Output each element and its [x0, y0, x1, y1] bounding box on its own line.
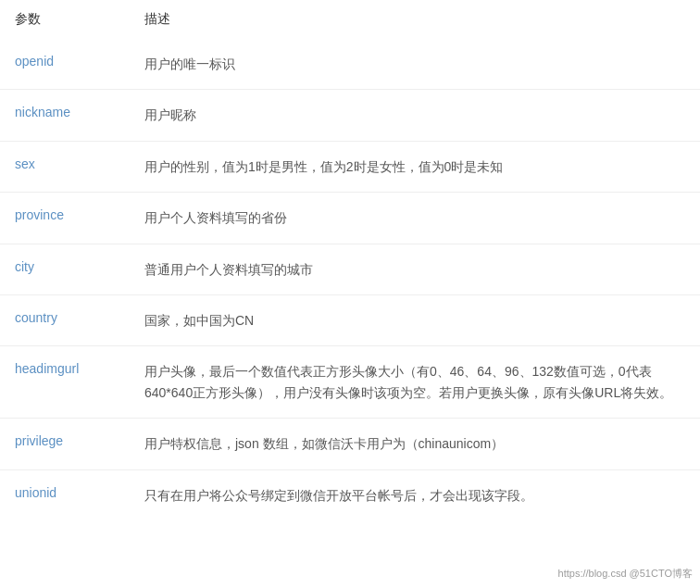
param-desc: 只有在用户将公众号绑定到微信开放平台帐号后，才会出现该字段。 — [130, 469, 700, 520]
param-name: country — [0, 294, 130, 345]
param-name: headimgurl — [0, 346, 130, 419]
header-param: 参数 — [0, 0, 130, 39]
param-desc: 国家，如中国为CN — [130, 294, 700, 345]
param-name: sex — [0, 141, 130, 192]
table-row: nickname用户昵称 — [0, 90, 700, 141]
param-name: city — [0, 244, 130, 294]
table-row: country国家，如中国为CN — [0, 294, 700, 345]
param-desc: 用户头像，最后一个数值代表正方形头像大小（有0、46、64、96、132数值可选… — [130, 346, 700, 419]
param-desc: 用户个人资料填写的省份 — [130, 193, 700, 244]
param-name: province — [0, 193, 130, 244]
param-desc: 用户的唯一标识 — [130, 39, 700, 90]
param-desc: 用户特权信息，json 数组，如微信沃卡用户为（chinaunicom） — [130, 419, 700, 469]
param-desc: 普通用户个人资料填写的城市 — [130, 244, 700, 294]
table-row: privilege用户特权信息，json 数组，如微信沃卡用户为（chinaun… — [0, 419, 700, 469]
table-row: city普通用户个人资料填写的城市 — [0, 244, 700, 294]
param-name: openid — [0, 39, 130, 90]
watermark: https://blog.csd @51CTO博客 — [558, 567, 693, 581]
param-desc: 用户的性别，值为1时是男性，值为2时是女性，值为0时是未知 — [130, 141, 700, 192]
header-desc: 描述 — [130, 0, 700, 39]
param-name: nickname — [0, 90, 130, 141]
table-row: unionid只有在用户将公众号绑定到微信开放平台帐号后，才会出现该字段。 — [0, 469, 700, 520]
api-params-table: 参数 描述 openid用户的唯一标识nickname用户昵称sex用户的性别，… — [0, 0, 700, 520]
param-name: privilege — [0, 419, 130, 469]
param-name: unionid — [0, 469, 130, 520]
table-row: headimgurl用户头像，最后一个数值代表正方形头像大小（有0、46、64、… — [0, 346, 700, 419]
param-desc: 用户昵称 — [130, 90, 700, 141]
table-row: openid用户的唯一标识 — [0, 39, 700, 90]
table-row: sex用户的性别，值为1时是男性，值为2时是女性，值为0时是未知 — [0, 141, 700, 192]
table-row: province用户个人资料填写的省份 — [0, 193, 700, 244]
